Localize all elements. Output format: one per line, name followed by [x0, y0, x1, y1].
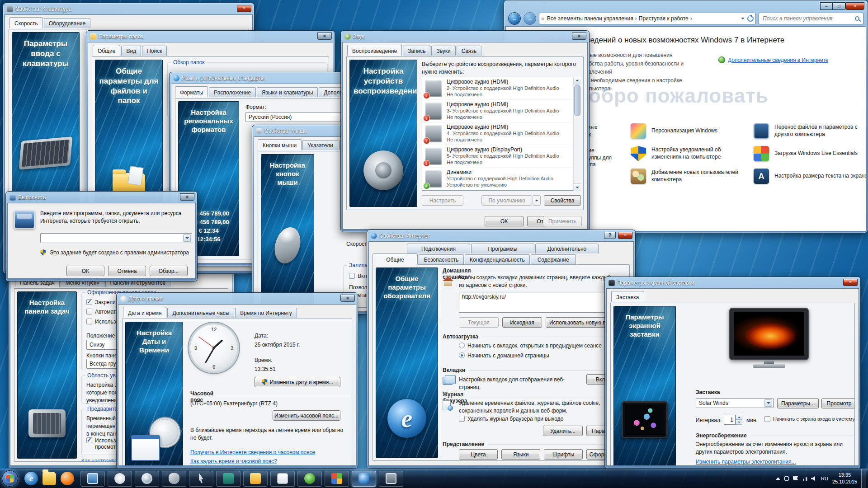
checkbox[interactable] [86, 309, 92, 314]
spin-down-icon[interactable] [736, 420, 742, 425]
maximize-button[interactable] [833, 2, 845, 10]
getting-started-item[interactable]: Загрузка Windows Live Essentials [754, 146, 866, 161]
checkbox[interactable] [86, 319, 92, 324]
help-button[interactable] [604, 232, 616, 239]
taskbar-button[interactable] [108, 471, 132, 487]
tray-icon[interactable] [793, 476, 798, 482]
startup-home-radio[interactable] [459, 352, 465, 358]
tray-icon[interactable] [802, 476, 807, 481]
titlebar[interactable]: Звук [342, 32, 588, 42]
device-row[interactable]: Цифровое аудио (HDMI) 3- Устройство с по… [422, 100, 573, 122]
taskbar-button[interactable] [379, 471, 403, 487]
browse-button[interactable]: Обзор... [150, 266, 188, 276]
language-indicator[interactable]: RU [821, 476, 828, 481]
tab[interactable]: Безопасность [419, 254, 464, 264]
cancel-button[interactable]: Отмена [108, 266, 146, 276]
close-button[interactable] [317, 33, 332, 40]
taskbar-button[interactable] [162, 471, 186, 487]
close-button[interactable] [340, 295, 355, 302]
set-default-button[interactable]: По умолчанию [481, 195, 532, 206]
tab[interactable]: Форматы [175, 86, 208, 97]
startup-tabs-radio[interactable] [459, 343, 465, 348]
saver-params-button[interactable]: Параметры... [777, 398, 819, 408]
close-button[interactable] [180, 193, 194, 201]
tab[interactable]: Указатели [302, 140, 338, 150]
clicklock-checkbox[interactable] [349, 273, 355, 279]
saver-preview-button[interactable]: Просмотр [821, 398, 855, 408]
titlebar[interactable]: Свойства: Клавиатура [5, 5, 253, 14]
scroll-down-icon[interactable] [574, 183, 581, 191]
more-online-link[interactable]: Дополнительные сведения в Интернете [718, 56, 828, 63]
set-time-help-link[interactable]: Как задать время и часовой пояс? [190, 458, 277, 465]
tab[interactable]: Подключения [407, 244, 470, 253]
titlebar[interactable]: Выполнить [7, 193, 196, 203]
tab[interactable]: Дополнительно [535, 244, 599, 253]
forward-button[interactable] [524, 12, 536, 25]
taskbar-button[interactable] [189, 471, 213, 487]
clicklock-checkbox-row[interactable]: Включить залипание [349, 273, 368, 279]
scrollbar[interactable] [573, 77, 581, 191]
interval-value[interactable]: 1 [724, 415, 736, 425]
tab[interactable]: Звуки [431, 46, 455, 56]
checkbox[interactable] [86, 299, 92, 305]
taskbar-button[interactable] [135, 471, 159, 487]
tab[interactable]: Скорость [9, 17, 43, 28]
tray-icon[interactable] [811, 476, 817, 481]
taskbar-button[interactable] [80, 471, 105, 487]
start-button[interactable] [2, 470, 18, 487]
logon-checkbox-row[interactable]: Начинать с экрана входа в систему [764, 416, 855, 422]
titlebar[interactable]: Дата и время [118, 294, 356, 304]
tray-icon[interactable] [776, 477, 780, 480]
show-desktop-button[interactable] [861, 469, 866, 488]
use-current-button[interactable]: Текущая [459, 317, 499, 328]
apply-button[interactable]: Применить [543, 216, 582, 226]
taskbar-button[interactable] [270, 471, 295, 487]
change-timezone-button[interactable]: Изменить часовой пояс... [273, 410, 340, 421]
quick-launch-icon[interactable] [24, 472, 38, 485]
quick-launch-icon[interactable] [42, 472, 56, 485]
tab[interactable]: Дополнительные часы [167, 308, 234, 318]
tab[interactable]: Время по Интернету [235, 308, 297, 318]
tab[interactable]: Содержание [531, 254, 576, 264]
tab[interactable]: Общие [93, 45, 120, 56]
saver-combo[interactable]: Solar Winds [696, 398, 774, 408]
close-button[interactable] [572, 33, 586, 40]
delete-history-checkbox[interactable] [459, 416, 465, 422]
tab[interactable]: Вид [121, 46, 141, 56]
titlebar[interactable]: Параметры экранной заставки [606, 278, 859, 288]
tab[interactable]: Воспроизведение [347, 45, 402, 56]
getting-started-item[interactable]: Настройка уведомлений об изменениях на к… [631, 146, 750, 161]
device-row[interactable]: Цифровое аудио (DisplayPort) 5- Устройст… [422, 145, 573, 168]
clock[interactable]: 13:35 25.10.2015 [832, 472, 857, 485]
close-button[interactable] [618, 232, 632, 239]
breadcrumb-item[interactable]: Приступая к работе [637, 15, 690, 22]
device-row[interactable]: Динамики Устройство с поддержкой High De… [422, 168, 573, 190]
getting-started-item[interactable]: Перенос файлов и параметров с другого ко… [754, 123, 866, 139]
ok-button[interactable]: ОК [66, 266, 104, 276]
back-button[interactable] [508, 12, 521, 25]
close-button[interactable] [843, 279, 858, 286]
tab[interactable]: Кнопки мыши [258, 139, 302, 150]
tab[interactable]: Дата и время [123, 307, 166, 318]
tab[interactable]: Оборудование [44, 18, 91, 28]
search-input[interactable] [763, 15, 852, 22]
startup-home-radio-row[interactable]: Начинать с домашней страницы [459, 352, 549, 359]
change-datetime-button[interactable]: Изменить дату и время... [255, 377, 340, 387]
fonts-button[interactable]: Шрифты [544, 449, 583, 460]
search-box[interactable] [759, 13, 863, 24]
colors-button[interactable]: Цвета [459, 449, 498, 460]
scroll-up-icon[interactable] [574, 77, 581, 84]
run-command-combo[interactable] [40, 233, 192, 243]
home-url-textarea[interactable]: http://ovgorskiy.ru/ [459, 292, 618, 313]
power-settings-link[interactable]: Изменить параметры электропитания... [696, 459, 796, 465]
timezone-info-link[interactable]: Получить в Интернете сведения о часовом … [190, 449, 315, 455]
close-button[interactable] [237, 5, 251, 12]
set-default-dropdown-icon[interactable] [533, 195, 541, 206]
taskbar-button[interactable] [216, 471, 241, 487]
close-button[interactable] [845, 2, 864, 10]
getting-started-item[interactable]: Персонализация Windows [631, 123, 750, 139]
taskbar-button[interactable] [325, 471, 349, 487]
device-row[interactable]: Цифровое аудио (HDMI) 2- Устройство с по… [422, 77, 573, 100]
spin-up-icon[interactable] [736, 415, 742, 420]
refresh-icon[interactable] [747, 15, 754, 22]
